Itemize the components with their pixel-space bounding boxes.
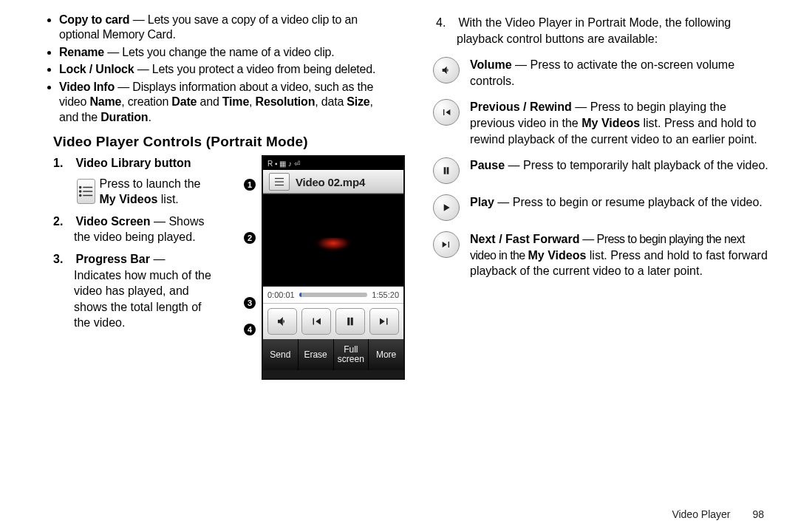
phone-volume-button[interactable] [267,308,297,335]
section-heading: Video Player Controls (Portrait Mode) [53,134,383,151]
softkey-more[interactable]: More [369,339,403,370]
play-icon [433,194,460,221]
footer-page-number: 98 [752,508,764,520]
next-fastforward-icon [433,231,460,258]
ctrl-pause-text: Pause — Press to temporarily halt playba… [470,157,768,174]
bullet-term: Copy to card [59,13,129,26]
callout-3: 3 [244,297,256,309]
ctrl-previous-text: Previous / Rewind — Press to begin playi… [470,99,768,147]
footer-section: Video Player [672,508,730,520]
svg-point-2 [80,191,81,192]
softkey-fullscreen[interactable]: Full screen [334,339,369,370]
numbered-title: Progress Bar [75,253,150,265]
progress-bar[interactable] [299,293,368,297]
ctrl-next-row: Next / Fast Forward — Press to begin pla… [433,231,768,279]
phone-frame: R ▪ ▦ ♪ ⏎ Video 02.mp4 0:00:01 1:55:20 [262,155,405,380]
bullet-term: Video Info [59,81,115,93]
numbered-item-2: Video Screen — Shows the video being pla… [74,214,214,245]
ctrl-previous-row: Previous / Rewind — Press to begin playi… [433,99,768,147]
time-total: 1:55:20 [372,290,399,299]
ctrl-volume-text: Volume — Press to activate the on-screen… [470,57,768,89]
bullet-rename: Rename — Lets you change the name of a v… [59,45,383,60]
numbered-item-3: Progress Bar — Indicates how much of the… [74,251,214,331]
softkey-send[interactable]: Send [263,339,299,370]
ctrl-pause-row: Pause — Press to temporarily halt playba… [433,157,768,184]
bullet-lock-unlock: Lock / Unlock — Lets you protect a video… [59,62,383,77]
svg-point-0 [80,187,81,188]
callout-2: 2 [244,232,256,244]
phone-next-button[interactable] [369,308,399,335]
ctrl-next-text: Next / Fast Forward — Press to begin pla… [470,231,768,279]
bullet-term: Rename [59,46,104,58]
ctrl-play-text: Play — Press to begin or resume playback… [470,194,768,211]
bullet-term: Lock / Unlock [59,63,134,75]
numbered-item-1: Video Library button Press to launch the… [74,155,214,208]
page-footer: Video Player 98 [672,508,764,520]
bullet-video-info: Video Info — Displays information about … [59,80,383,125]
time-elapsed: 0:00:01 [267,290,295,299]
ctrl-volume-row: Volume — Press to activate the on-screen… [433,57,768,89]
phone-status-bar: R ▪ ▦ ♪ ⏎ [263,157,403,170]
ctrl-play-row: Play — Press to begin or resume playback… [433,194,768,221]
bullet-text: — Lets you protect a video from being de… [134,63,375,75]
callout-4: 4 [244,324,256,335]
left-bullet-list: Copy to card — Lets you save a copy of a… [30,13,383,125]
volume-icon [433,57,460,83]
numbered-list: Video Library button Press to launch the… [30,155,214,331]
library-button[interactable] [269,173,290,191]
phone-title-bar: Video 02.mp4 [263,170,403,194]
pause-icon [433,157,460,184]
svg-point-4 [80,195,81,197]
phone-previous-button[interactable] [301,308,331,335]
softkey-row: Send Erase Full screen More [263,339,403,370]
bullet-copy-to-card: Copy to card — Lets you save a copy of a… [59,13,383,43]
video-filename: Video 02.mp4 [296,176,365,188]
right-column: With the Video Player in Portrait Mode, … [415,10,768,337]
numbered-4-text: With the Video Player in Portrait Mode, … [457,16,731,45]
callout-1: 1 [244,179,256,191]
numbered-title: Video Screen [75,215,150,228]
numbered-item-4: With the Video Player in Portrait Mode, … [457,15,768,47]
video-screen[interactable] [263,194,403,287]
previous-rewind-icon [433,99,460,126]
progress-bar-row: 0:00:01 1:55:20 [263,287,403,303]
numbered-list-right: With the Video Player in Portrait Mode, … [415,15,768,47]
library-button-icon [77,179,95,204]
bullet-text: — Lets you change the name of a video cl… [104,46,334,58]
phone-pause-button[interactable] [335,308,365,335]
numbered-title: Video Library button [75,157,191,169]
numbered-1-text: Press to launch the My Videos list. [100,176,215,208]
softkey-erase[interactable]: Erase [299,339,334,370]
playback-controls-row [263,303,403,339]
